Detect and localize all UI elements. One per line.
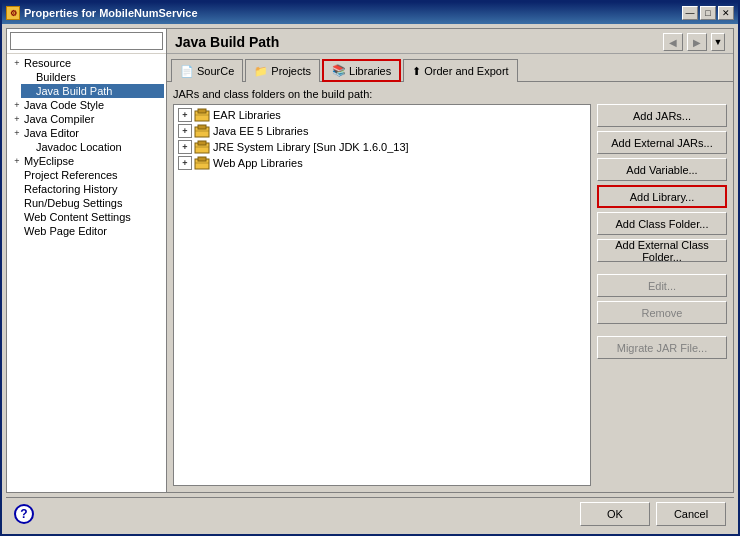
nav-dropdown-button[interactable]: ▼: [711, 33, 725, 51]
lib-label-webapp: Web App Libraries: [213, 157, 303, 169]
sidebar-item-java-build-path[interactable]: + Java Build Path: [21, 84, 164, 98]
source-tab-icon: 📄: [180, 65, 194, 78]
sidebar-label-jc: Java Compiler: [24, 113, 94, 125]
sidebar-label-je: Java Editor: [24, 127, 79, 139]
ok-button[interactable]: OK: [580, 502, 650, 526]
add-variable-button[interactable]: Add Variable...: [597, 158, 727, 181]
tab-projects-label: Projects: [271, 65, 311, 77]
tab-description: JARs and class folders on the build path…: [173, 88, 727, 100]
expand-icon-jc: +: [11, 113, 23, 125]
sidebar-item-web-page-editor[interactable]: + Web Page Editor: [9, 224, 164, 238]
add-library-button[interactable]: Add Library...: [597, 185, 727, 208]
back-button[interactable]: ◀: [663, 33, 683, 51]
lib-item-javaee5[interactable]: + Java EE 5 Libraries: [176, 123, 588, 139]
expand-javaee5[interactable]: +: [178, 124, 192, 138]
lib-label-jre: JRE System Library [Sun JDK 1.6.0_13]: [213, 141, 409, 153]
expand-icon-me: +: [11, 155, 23, 167]
lib-item-webapp[interactable]: + Web App Libraries: [176, 155, 588, 171]
lib-label-javaee5: Java EE 5 Libraries: [213, 125, 308, 137]
content-area: + EAR Libraries: [173, 104, 727, 486]
expand-webapp[interactable]: +: [178, 156, 192, 170]
sidebar-item-resource[interactable]: + Resource: [9, 56, 164, 70]
maximize-button[interactable]: □: [700, 6, 716, 20]
add-external-jars-button[interactable]: Add External JARs...: [597, 131, 727, 154]
order-export-tab-icon: ⬆: [412, 65, 421, 78]
panel-header: Java Build Path ◀ ▶ ▼: [167, 29, 733, 54]
sidebar-label-pr: Project References: [24, 169, 118, 181]
button-separator-2: [597, 328, 727, 332]
tab-projects[interactable]: 📁 Projects: [245, 59, 320, 82]
sidebar-label-jcs: Java Code Style: [24, 99, 104, 111]
sidebar-item-java-code-style[interactable]: + Java Code Style: [9, 98, 164, 112]
jar-icon-javaee5: [194, 124, 210, 138]
library-tree[interactable]: + EAR Libraries: [173, 104, 591, 486]
tab-source[interactable]: 📄 SourCe: [171, 59, 243, 82]
svg-rect-1: [198, 109, 206, 113]
sidebar-item-web-content[interactable]: + Web Content Settings: [9, 210, 164, 224]
window-icon: ⚙: [6, 6, 20, 20]
nav-arrows: ◀ ▶ ▼: [663, 33, 725, 51]
jar-icon-jre: [194, 140, 210, 154]
window-body: + Resource + Builders + Java Build Path …: [2, 24, 738, 534]
lib-label-ear: EAR Libraries: [213, 109, 281, 121]
expand-ear[interactable]: +: [178, 108, 192, 122]
sidebar-tree: + Resource + Builders + Java Build Path …: [7, 54, 166, 492]
sidebar-label-wc: Web Content Settings: [24, 211, 131, 223]
edit-button[interactable]: Edit...: [597, 274, 727, 297]
sidebar-item-project-references[interactable]: + Project References: [9, 168, 164, 182]
main-content: + Resource + Builders + Java Build Path …: [6, 28, 734, 493]
title-bar: ⚙ Properties for MobileNumService — □ ✕: [2, 2, 738, 24]
right-panel: Java Build Path ◀ ▶ ▼ 📄 SourCe 📁: [166, 28, 734, 493]
sidebar-label-jdoc: Javadoc Location: [36, 141, 122, 153]
tab-libraries-label: Libraries: [349, 65, 391, 77]
sidebar-search-input[interactable]: [10, 32, 163, 50]
close-button[interactable]: ✕: [718, 6, 734, 20]
tab-content-area: JARs and class folders on the build path…: [167, 81, 733, 492]
tab-order-export[interactable]: ⬆ Order and Export: [403, 59, 517, 82]
sidebar-item-javadoc[interactable]: + Javadoc Location: [21, 140, 164, 154]
sidebar-item-run-debug[interactable]: + Run/Debug Settings: [9, 196, 164, 210]
jar-icon-ear: [194, 108, 210, 122]
projects-tab-icon: 📁: [254, 65, 268, 78]
libraries-tab-icon: 📚: [332, 64, 346, 77]
tab-source-label: SourCe: [197, 65, 234, 77]
sidebar-item-java-compiler[interactable]: + Java Compiler: [9, 112, 164, 126]
expand-icon-jcs: +: [11, 99, 23, 111]
lib-item-ear[interactable]: + EAR Libraries: [176, 107, 588, 123]
window-title: Properties for MobileNumService: [24, 7, 678, 19]
sidebar-item-refactoring[interactable]: + Refactoring History: [9, 182, 164, 196]
sidebar-item-builders[interactable]: + Builders: [21, 70, 164, 84]
tab-libraries[interactable]: 📚 Libraries: [322, 59, 401, 82]
bottom-buttons: OK Cancel: [580, 502, 726, 526]
lib-item-jre[interactable]: + JRE System Library [Sun JDK 1.6.0_13]: [176, 139, 588, 155]
help-button[interactable]: ?: [14, 504, 34, 524]
expand-icon-je: +: [11, 127, 23, 139]
tabs-container: 📄 SourCe 📁 Projects 📚 Libraries ⬆ Order …: [167, 54, 733, 81]
sidebar-label-me: MyEclipse: [24, 155, 74, 167]
window-controls: — □ ✕: [682, 6, 734, 20]
add-class-folder-button[interactable]: Add Class Folder...: [597, 212, 727, 235]
sidebar-item-myeclipse[interactable]: + MyEclipse: [9, 154, 164, 168]
sidebar-label-builders: Builders: [36, 71, 76, 83]
remove-button[interactable]: Remove: [597, 301, 727, 324]
svg-rect-7: [198, 141, 206, 145]
sidebar-label-jbp: Java Build Path: [36, 85, 112, 97]
add-jars-button[interactable]: Add JARs...: [597, 104, 727, 127]
expand-jre[interactable]: +: [178, 140, 192, 154]
minimize-button[interactable]: —: [682, 6, 698, 20]
add-external-class-folder-button[interactable]: Add External Class Folder...: [597, 239, 727, 262]
main-window: ⚙ Properties for MobileNumService — □ ✕ …: [0, 0, 740, 536]
forward-button[interactable]: ▶: [687, 33, 707, 51]
sidebar-item-java-editor[interactable]: + Java Editor: [9, 126, 164, 140]
jar-icon-webapp: [194, 156, 210, 170]
button-separator: [597, 266, 727, 270]
sidebar-label-resource: Resource: [24, 57, 71, 69]
sidebar-label-rd: Run/Debug Settings: [24, 197, 122, 209]
expand-icon-resource: +: [11, 57, 23, 69]
migrate-jar-button[interactable]: Migrate JAR File...: [597, 336, 727, 359]
sidebar: + Resource + Builders + Java Build Path …: [6, 28, 166, 493]
cancel-button[interactable]: Cancel: [656, 502, 726, 526]
panel-title: Java Build Path: [175, 34, 279, 50]
svg-rect-10: [198, 157, 206, 161]
sidebar-label-refact: Refactoring History: [24, 183, 118, 195]
